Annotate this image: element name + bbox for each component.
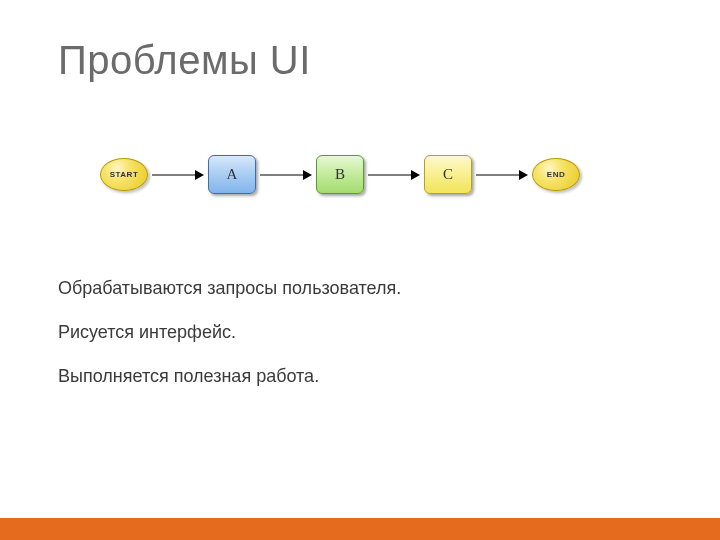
body-line: Выполняется полезная работа.: [58, 358, 401, 396]
slide-title: Проблемы UI: [58, 38, 311, 83]
accent-bar: [0, 518, 720, 540]
body-line: Обрабатываются запросы пользователя.: [58, 270, 401, 308]
body-text: Обрабатываются запросы пользователя. Рис…: [58, 270, 401, 401]
arrow-icon: [260, 169, 312, 181]
arrow-icon: [476, 169, 528, 181]
arrow-icon: [152, 169, 204, 181]
flow-node-a: A: [208, 155, 256, 194]
flow-end-node: END: [532, 158, 580, 191]
flow-diagram: START A B C END: [100, 155, 580, 194]
flow-start-node: START: [100, 158, 148, 191]
body-line: Рисуется интерфейс.: [58, 314, 401, 352]
arrow-icon: [368, 169, 420, 181]
flow-node-c: C: [424, 155, 472, 194]
slide: Проблемы UI START A B C END Обрабатывают…: [0, 0, 720, 540]
flow-node-b: B: [316, 155, 364, 194]
